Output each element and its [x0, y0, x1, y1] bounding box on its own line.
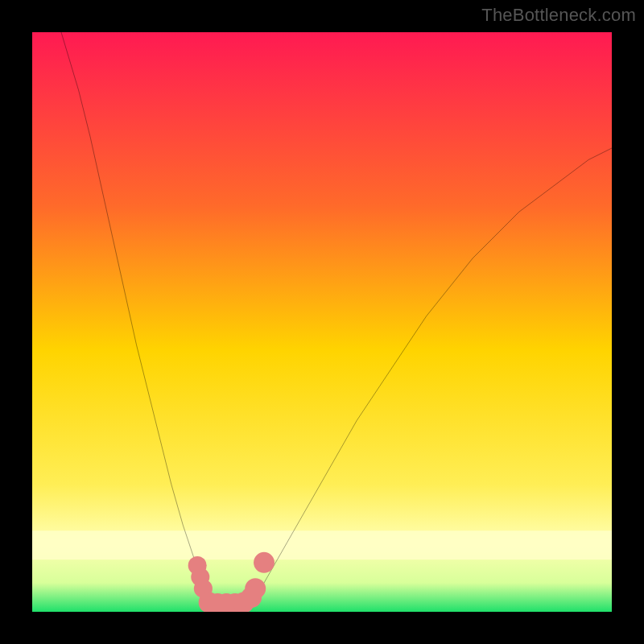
marker-point	[254, 552, 275, 573]
plot-area	[32, 32, 612, 612]
chart-frame: TheBottleneck.com	[0, 0, 644, 644]
highlight-band	[32, 530, 612, 559]
gradient-bg	[32, 32, 612, 612]
watermark-text: TheBottleneck.com	[481, 5, 636, 26]
bottleneck-chart	[32, 32, 612, 612]
marker-point	[245, 578, 266, 599]
